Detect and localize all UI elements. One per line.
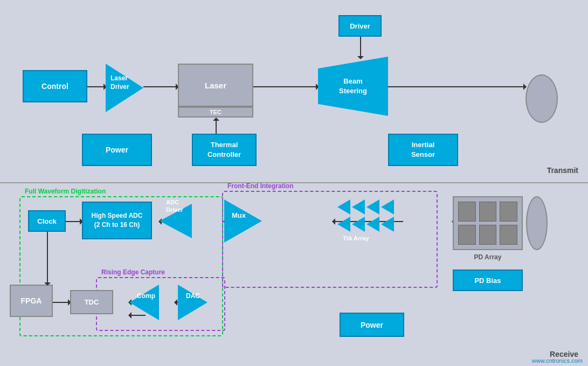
pd-array-block xyxy=(453,196,523,250)
laser-label: Laser xyxy=(205,81,226,90)
dac-wrap: DAC xyxy=(178,285,207,320)
beam-steering-wrap: BeamSteering xyxy=(318,57,388,116)
full-waveform-label: Full Waveform Digitization xyxy=(25,188,106,195)
power-label: Power xyxy=(106,146,128,154)
tia-tri-5 xyxy=(337,217,350,232)
receive-section: Receive Full Waveform Digitization Front… xyxy=(0,183,588,366)
mux-label: Mux xyxy=(232,211,246,219)
pd-cell-3 xyxy=(500,202,517,222)
clock-block: Clock xyxy=(28,210,66,232)
mux-wrap: Mux xyxy=(224,199,262,243)
dac-label: DAC xyxy=(186,292,200,300)
beam-steering-shape xyxy=(318,57,388,116)
transmit-section: Transmit Control LaserDriver Laser TEC T… xyxy=(0,0,588,183)
arrow-clock-to-adc xyxy=(66,221,82,222)
driver-label: Driver xyxy=(350,22,370,30)
arrow-comp-lower xyxy=(129,315,146,316)
pd-cell-4 xyxy=(458,225,476,245)
main-container: Transmit Control LaserDriver Laser TEC T… xyxy=(0,0,588,366)
arrow-beam-to-ellipse xyxy=(388,86,525,87)
mux-shape xyxy=(224,199,262,243)
power-block: Power xyxy=(82,134,152,166)
driver-block: Driver xyxy=(338,15,382,37)
fpga-block: FPGA xyxy=(10,285,53,317)
thermal-controller-block: ThermalController xyxy=(192,134,257,166)
tia-tri-4 xyxy=(381,199,394,215)
tia-tri-3 xyxy=(366,199,379,215)
transmit-aperture xyxy=(525,74,558,123)
tia-row-2 xyxy=(337,217,394,232)
receive-power-label: Power xyxy=(361,321,383,329)
pd-cell-2 xyxy=(479,202,497,222)
arrow-tec-up xyxy=(216,119,217,134)
tia-tri-8 xyxy=(381,217,394,232)
control-label: Control xyxy=(41,82,68,91)
tdc-label: TDC xyxy=(85,298,99,306)
pd-cell-5 xyxy=(479,225,497,245)
adc-driver-label: ADCDriver xyxy=(166,198,183,214)
laser-driver-shape xyxy=(106,64,143,112)
tia-tri-6 xyxy=(352,217,365,232)
tia-row-1 xyxy=(337,199,394,215)
clock-label: Clock xyxy=(37,217,56,225)
watermark: www.cntronics.com xyxy=(532,357,583,364)
pd-bias-block: PD Bias xyxy=(453,270,523,291)
rising-edge-label: Rising Edge Capture xyxy=(101,268,165,276)
arrow-control-to-driver xyxy=(87,86,106,87)
receive-power-block: Power xyxy=(340,313,404,337)
pd-cell-6 xyxy=(500,225,517,245)
receive-aperture xyxy=(526,196,548,250)
pd-array-label: PD Array xyxy=(453,253,523,261)
arrow-laser-to-beam xyxy=(253,86,318,87)
tia-array-wrap: TIA Array xyxy=(337,199,394,232)
tia-tri-7 xyxy=(366,217,379,232)
front-end-label: Front-End Integration xyxy=(227,182,294,190)
arrow-fpga-to-tdc xyxy=(53,302,70,303)
adc-block: High Speed ADC(2 Ch to 16 Ch) xyxy=(82,202,152,239)
arrow-clock-to-fpga xyxy=(47,232,48,285)
pd-cell-1 xyxy=(458,202,476,222)
tia-tri-2 xyxy=(352,199,365,215)
transmit-label: Transmit xyxy=(547,166,578,175)
inertial-sensor-label: InertialSensor xyxy=(411,140,435,160)
pd-bias-label: PD Bias xyxy=(474,277,501,285)
laser-block: Laser xyxy=(178,64,253,107)
inertial-sensor-block: InertialSensor xyxy=(388,134,458,166)
adc-driver-wrap: ADCDriver xyxy=(160,204,192,238)
tia-tri-1 xyxy=(337,199,350,215)
tia-label: TIA Array xyxy=(343,235,369,241)
adc-label: High Speed ADC(2 Ch to 16 Ch) xyxy=(92,211,143,230)
tdc-block: TDC xyxy=(70,290,113,314)
fpga-label: FPGA xyxy=(21,296,42,305)
arrow-driver-down xyxy=(360,37,361,58)
comp-label: Comp xyxy=(137,292,155,300)
control-block: Control xyxy=(23,70,87,102)
arrow-driver-to-laser xyxy=(143,86,178,87)
thermal-controller-label: ThermalController xyxy=(207,140,241,160)
dac-shape xyxy=(178,285,207,320)
